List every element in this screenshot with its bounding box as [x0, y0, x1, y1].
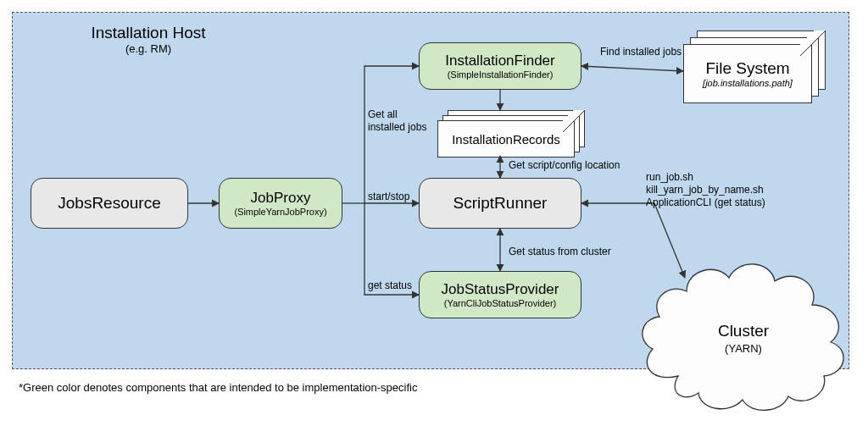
node-jobs-resource: JobsResource	[31, 178, 188, 229]
edge-start-stop: start/stop	[368, 191, 409, 203]
node-label: InstallationRecords	[452, 132, 560, 147]
footnote: *Green color denotes components that are…	[19, 381, 417, 394]
edge-find-installed-jobs: Find installed jobs	[600, 46, 682, 58]
edge-get-all-installed-jobs: Get all installed jobs	[368, 108, 426, 134]
node-sublabel: (YARN)	[634, 342, 853, 355]
edge-get-status: get status	[368, 279, 412, 292]
node-label: JobStatusProvider	[442, 281, 559, 298]
installation-host-title: Installation Host	[76, 24, 220, 42]
node-sublabel: (YarnCliJobStatusProvider)	[444, 298, 556, 308]
node-label: JobProxy	[251, 190, 311, 207]
node-label: Cluster	[634, 322, 853, 340]
node-installation-finder: InstallationFinder (SimpleInstallationFi…	[419, 42, 581, 90]
edge-script-runner-commands: run_job.sh kill_yarn_job_by_name.sh Appl…	[646, 171, 765, 209]
node-sublabel: (SimpleInstallationFinder)	[448, 69, 554, 80]
node-label: ScriptRunner	[453, 194, 548, 213]
node-installation-records: InstallationRecords	[437, 110, 585, 156]
node-file-system: File System [job.installations.path]	[683, 30, 829, 103]
node-cluster: Cluster (YARN)	[634, 241, 853, 415]
node-script-runner: ScriptRunner	[419, 178, 581, 229]
installation-host-subtitle: (e.g. RM)	[76, 42, 220, 55]
node-sublabel: [job.installations.path]	[703, 78, 793, 88]
node-sublabel: (SimpleYarnJobProxy)	[234, 207, 326, 217]
node-label: JobsResource	[58, 194, 160, 213]
edge-get-status-from-cluster: Get status from cluster	[509, 246, 611, 258]
diagram-canvas: Installation Host (e.g. RM) JobsResource…	[0, 0, 868, 437]
node-label: File System	[705, 59, 789, 78]
node-job-status-provider: JobStatusProvider (YarnCliJobStatusProvi…	[419, 271, 581, 318]
node-job-proxy: JobProxy (SimpleYarnJobProxy)	[219, 178, 342, 229]
node-label: InstallationFinder	[445, 53, 554, 69]
edge-get-script-config: Get script/config location	[509, 159, 620, 172]
